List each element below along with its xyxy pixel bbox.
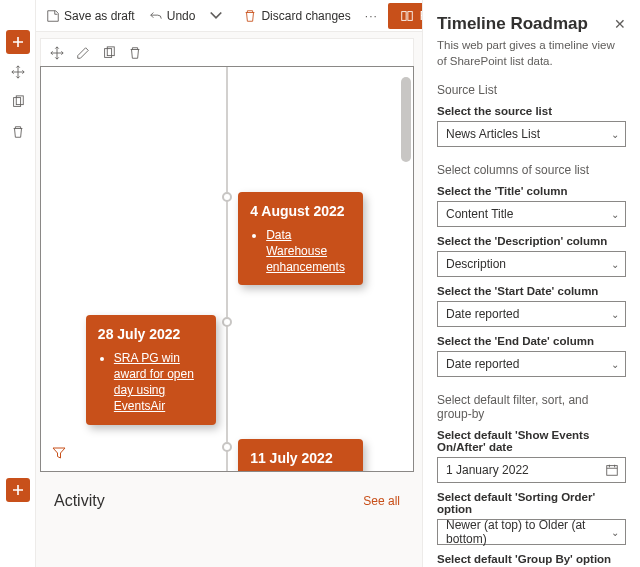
input-show-after-date[interactable]: 1 January 2022 [437, 457, 626, 483]
undo-chevron-icon[interactable] [205, 9, 227, 23]
timeline-node [222, 192, 232, 202]
timeline-card-link[interactable]: Data Warehouse enhancements [266, 228, 345, 274]
save-as-draft-label: Save as draft [64, 9, 135, 23]
chevron-down-icon: ⌄ [611, 309, 619, 320]
move-icon[interactable] [6, 60, 30, 84]
select-start-date-column-value: Date reported [446, 307, 519, 321]
timeline-axis [226, 67, 228, 471]
label-end-date-column: Select the 'End Date' column [437, 335, 626, 347]
command-bar: Save as draft Undo Discard changes ··· R… [36, 0, 422, 32]
timeline-card-date: 4 August 2022 [250, 202, 351, 221]
webpart-duplicate-icon[interactable] [101, 45, 117, 61]
chevron-down-icon: ⌄ [611, 209, 619, 220]
add-section-below-button[interactable] [6, 478, 30, 502]
webpart-delete-icon[interactable] [127, 45, 143, 61]
activity-heading: Activity [54, 492, 105, 510]
svg-rect-2 [402, 11, 406, 20]
label-source-list: Select the source list [437, 105, 626, 117]
select-sort-order-value: Newer (at top) to Older (at bottom) [446, 518, 603, 546]
webpart-move-icon[interactable] [49, 45, 65, 61]
timeline-node [222, 442, 232, 452]
webpart-edit-icon[interactable] [75, 45, 91, 61]
property-pane: Timeline Roadmap ✕ This web part gives a… [422, 0, 640, 567]
timeline-card-date: 28 July 2022 [98, 325, 204, 344]
add-section-button[interactable] [6, 30, 30, 54]
label-description-column: Select the 'Description' column [437, 235, 626, 247]
activity-section: Activity See all [40, 472, 414, 516]
webpart-edit-toolbar [40, 38, 414, 66]
chevron-down-icon: ⌄ [611, 359, 619, 370]
timeline-node [222, 317, 232, 327]
select-source-list-value: News Articles List [446, 127, 540, 141]
activity-see-all-link[interactable]: See all [363, 494, 400, 508]
copy-icon[interactable] [6, 90, 30, 114]
panel-section-columns: Select columns of source list [437, 163, 626, 177]
label-group-by: Select default 'Group By' option [437, 553, 626, 565]
select-source-list[interactable]: News Articles List ⌄ [437, 121, 626, 147]
more-commands-button[interactable]: ··· [361, 9, 382, 23]
timeline-card-link[interactable]: SRA PG win award for open day using Even… [114, 351, 194, 414]
discard-changes-button[interactable]: Discard changes [239, 9, 354, 23]
timeline-card[interactable]: 4 August 2022 Data Warehouse enhancement… [238, 192, 363, 285]
select-title-column-value: Content Title [446, 207, 513, 221]
timeline-card-date: 11 July 2022 [250, 449, 351, 468]
svg-rect-3 [408, 11, 412, 20]
panel-title-text: Timeline Roadmap [437, 14, 588, 34]
timeline-roadmap-webpart: 4 August 2022 Data Warehouse enhancement… [40, 66, 414, 472]
select-description-column[interactable]: Description ⌄ [437, 251, 626, 277]
panel-subtitle: This web part gives a timeline view of S… [437, 38, 626, 69]
chevron-down-icon: ⌄ [611, 527, 619, 538]
timeline-card[interactable]: 28 July 2022 SRA PG win award for open d… [86, 315, 216, 425]
chevron-down-icon: ⌄ [611, 129, 619, 140]
canvas: 4 August 2022 Data Warehouse enhancement… [36, 32, 422, 567]
panel-section-defaults: Select default filter, sort, and group-b… [437, 393, 626, 421]
label-start-date-column: Select the 'Start Date' column [437, 285, 626, 297]
undo-button[interactable]: Undo [145, 9, 200, 23]
timeline-card[interactable]: 11 July 2022 [238, 439, 363, 472]
discard-label: Discard changes [261, 9, 350, 23]
svg-rect-6 [607, 466, 618, 476]
select-sort-order[interactable]: Newer (at top) to Older (at bottom) ⌄ [437, 519, 626, 545]
delete-icon[interactable] [6, 120, 30, 144]
panel-section-source: Source List [437, 83, 626, 97]
select-end-date-column[interactable]: Date reported ⌄ [437, 351, 626, 377]
calendar-icon [605, 463, 619, 477]
label-sort-order: Select default 'Sorting Order' option [437, 491, 626, 515]
main-area: Save as draft Undo Discard changes ··· R… [36, 0, 422, 567]
label-show-after: Select default 'Show Events On/After' da… [437, 429, 626, 453]
select-title-column[interactable]: Content Title ⌄ [437, 201, 626, 227]
select-end-date-column-value: Date reported [446, 357, 519, 371]
chevron-down-icon: ⌄ [611, 259, 619, 270]
panel-title: Timeline Roadmap ✕ [437, 14, 626, 34]
filter-icon[interactable] [51, 445, 67, 461]
select-start-date-column[interactable]: Date reported ⌄ [437, 301, 626, 327]
select-description-column-value: Description [446, 257, 506, 271]
scrollbar-thumb[interactable] [401, 77, 411, 162]
input-show-after-date-value: 1 January 2022 [446, 463, 529, 477]
label-title-column: Select the 'Title' column [437, 185, 626, 197]
undo-label: Undo [167, 9, 196, 23]
save-as-draft-button[interactable]: Save as draft [42, 9, 139, 23]
close-icon[interactable]: ✕ [614, 16, 626, 32]
